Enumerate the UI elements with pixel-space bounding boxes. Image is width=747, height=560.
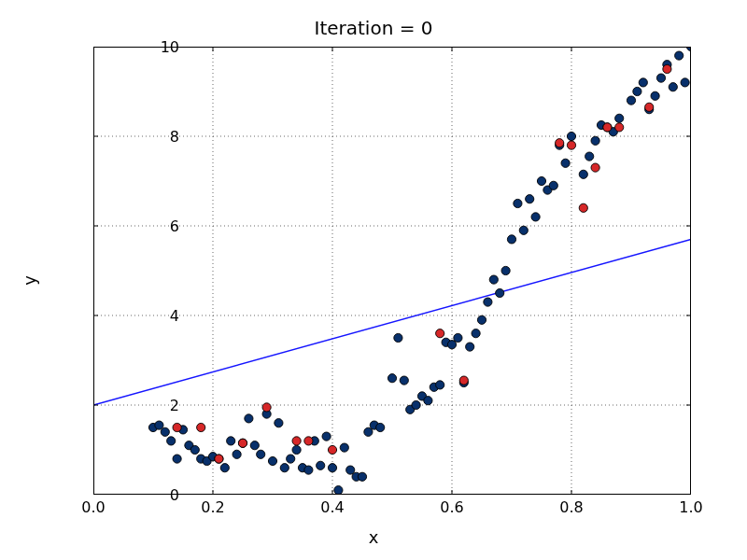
svg-point-36 [292, 445, 301, 454]
svg-point-111 [567, 141, 575, 149]
chart-title: Iteration = 0 [0, 17, 747, 39]
svg-point-69 [496, 288, 504, 297]
plot-svg [93, 47, 691, 495]
svg-point-104 [262, 403, 271, 412]
x-axis-label: x [0, 527, 747, 547]
svg-point-72 [514, 199, 522, 207]
svg-point-59 [436, 381, 444, 389]
svg-point-44 [340, 443, 348, 452]
svg-point-116 [645, 103, 654, 111]
svg-point-102 [215, 455, 223, 463]
svg-point-68 [489, 275, 498, 284]
svg-point-40 [317, 461, 325, 469]
svg-point-75 [531, 213, 540, 221]
svg-point-32 [268, 456, 276, 465]
svg-point-88 [615, 114, 624, 122]
svg-point-70 [501, 266, 510, 274]
plot-axes: 0.00.20.40.60.81.0 0246810 [93, 47, 691, 495]
svg-point-108 [436, 329, 444, 338]
svg-point-51 [388, 374, 396, 383]
svg-point-89 [627, 96, 635, 105]
svg-point-45 [346, 466, 355, 474]
svg-point-96 [669, 83, 677, 91]
svg-point-100 [173, 423, 181, 431]
y-axis-label: y [24, 0, 35, 560]
svg-point-67 [484, 298, 492, 306]
svg-point-28 [245, 414, 253, 423]
svg-point-73 [519, 226, 528, 234]
svg-point-15 [167, 437, 176, 445]
svg-point-16 [173, 455, 181, 463]
svg-point-30 [257, 450, 265, 458]
x-tick-label: 0.0 [81, 498, 105, 516]
svg-point-14 [161, 427, 169, 436]
svg-point-35 [287, 455, 295, 463]
x-tick-label: 0.6 [440, 498, 463, 516]
svg-point-117 [663, 64, 671, 73]
svg-point-98 [681, 78, 689, 87]
svg-point-91 [639, 78, 647, 87]
svg-point-62 [454, 333, 462, 342]
y-tick-label: 8 [142, 128, 179, 146]
svg-point-50 [376, 423, 385, 431]
svg-point-61 [447, 341, 456, 349]
svg-point-41 [322, 432, 331, 441]
y-tick-label: 0 [142, 486, 179, 504]
svg-point-65 [472, 329, 480, 338]
svg-point-113 [591, 163, 599, 172]
figure: Iteration = 0 y x 0.00.20.40.60.81.0 024… [0, 0, 747, 560]
x-tick-label: 0.4 [320, 498, 344, 516]
svg-point-43 [334, 486, 343, 495]
svg-point-26 [233, 450, 241, 458]
svg-point-105 [292, 437, 301, 445]
svg-point-114 [603, 123, 612, 132]
svg-point-34 [280, 464, 289, 472]
svg-point-101 [197, 423, 205, 431]
svg-point-24 [220, 464, 229, 472]
y-tick-label: 4 [142, 307, 179, 325]
svg-point-84 [591, 136, 599, 145]
svg-point-33 [275, 419, 283, 427]
svg-point-57 [424, 397, 432, 405]
svg-point-94 [656, 74, 665, 82]
svg-point-47 [358, 472, 366, 481]
svg-point-93 [651, 91, 659, 100]
svg-point-25 [227, 437, 235, 445]
x-tick-label: 1.0 [679, 498, 702, 516]
svg-point-90 [633, 87, 641, 95]
svg-point-81 [567, 132, 575, 140]
y-tick-label: 10 [142, 38, 179, 56]
svg-point-112 [579, 203, 587, 212]
svg-point-29 [250, 441, 259, 450]
svg-point-13 [155, 421, 163, 429]
y-tick-label: 2 [142, 397, 179, 414]
svg-point-76 [537, 176, 545, 185]
svg-point-55 [412, 400, 420, 409]
svg-point-97 [675, 51, 684, 60]
svg-point-71 [507, 235, 515, 244]
svg-point-38 [304, 466, 313, 474]
svg-point-82 [579, 170, 587, 178]
blue-points [148, 47, 691, 495]
svg-point-106 [304, 437, 313, 445]
svg-point-64 [466, 343, 474, 351]
svg-point-19 [190, 445, 199, 454]
svg-point-52 [394, 333, 402, 342]
svg-point-109 [459, 376, 468, 385]
svg-point-110 [556, 139, 564, 147]
svg-point-42 [328, 464, 336, 472]
svg-point-103 [238, 439, 247, 447]
svg-point-80 [561, 159, 570, 167]
svg-point-74 [526, 195, 534, 203]
red-points [173, 64, 671, 463]
svg-point-83 [585, 152, 594, 161]
svg-point-78 [549, 181, 557, 189]
y-tick-label: 6 [142, 217, 179, 235]
x-tick-label: 0.8 [559, 498, 583, 516]
svg-point-53 [400, 376, 408, 385]
svg-point-115 [615, 123, 624, 132]
x-tick-label: 0.2 [201, 498, 224, 516]
svg-point-107 [328, 445, 336, 454]
svg-point-48 [364, 427, 373, 436]
svg-point-66 [477, 315, 486, 324]
